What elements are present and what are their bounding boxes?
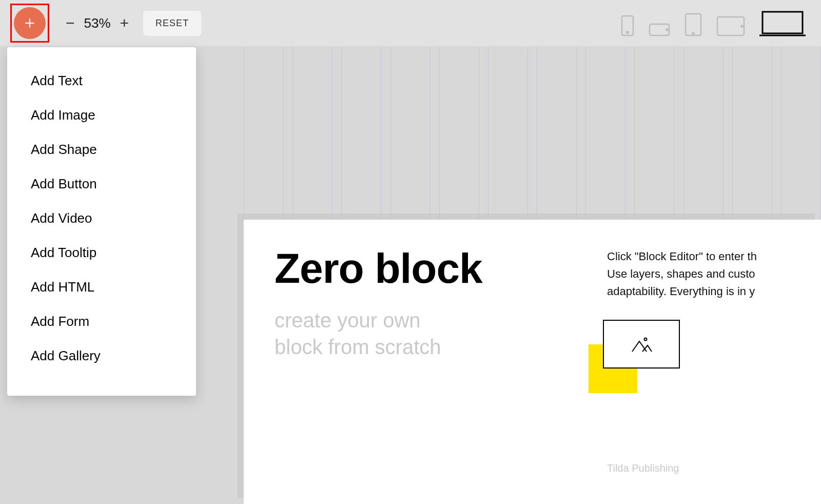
tablet-landscape-icon: [716, 16, 745, 36]
block-description[interactable]: Click "Block Editor" to enter th Use lay…: [607, 248, 757, 300]
menu-item-add-form[interactable]: Add Form: [7, 304, 196, 339]
tablet-portrait-icon: [685, 13, 702, 36]
menu-item-add-tooltip[interactable]: Add Tooltip: [7, 236, 196, 270]
reset-button[interactable]: RESET: [143, 11, 201, 36]
zero-block-card: Zero block create your own block from sc…: [244, 220, 821, 504]
phone-portrait-icon: [621, 15, 634, 36]
desc-line-1: Click "Block Editor" to enter th: [607, 248, 757, 265]
menu-item-add-image[interactable]: Add Image: [7, 98, 196, 132]
canvas[interactable]: Zero block create your own block from sc…: [244, 220, 821, 504]
add-button[interactable]: [14, 7, 46, 39]
image-icon: [630, 335, 653, 354]
zoom-value: 53%: [84, 15, 111, 31]
block-subtitle[interactable]: create your own block from scratch: [275, 307, 790, 360]
device-tablet-portrait[interactable]: [685, 13, 702, 36]
phone-landscape-icon: [649, 23, 670, 36]
svg-rect-10: [763, 12, 803, 33]
svg-point-3: [627, 31, 628, 33]
subtitle-line-1: create your own: [275, 307, 790, 334]
menu-item-add-button[interactable]: Add Button: [7, 167, 196, 201]
top-toolbar: − 53% + RESET: [0, 0, 821, 46]
menu-item-add-text[interactable]: Add Text: [7, 64, 196, 98]
device-tablet-landscape[interactable]: [716, 16, 745, 36]
add-button-highlight: [10, 4, 49, 43]
svg-point-9: [741, 25, 742, 27]
add-menu: Add Text Add Image Add Shape Add Button …: [7, 47, 196, 396]
block-caption[interactable]: Tilda Publishing: [607, 462, 679, 474]
svg-point-12: [644, 338, 647, 340]
desktop-icon: [759, 10, 806, 36]
plus-icon: [23, 16, 36, 30]
image-placeholder-group[interactable]: [603, 320, 680, 369]
menu-item-add-gallery[interactable]: Add Gallery: [7, 339, 196, 373]
zoom-controls: − 53% +: [66, 15, 129, 31]
image-frame: [603, 320, 680, 369]
menu-item-add-html[interactable]: Add HTML: [7, 270, 196, 304]
svg-rect-8: [717, 17, 744, 35]
device-phone-portrait[interactable]: [621, 15, 634, 36]
device-switcher: [621, 10, 811, 36]
svg-point-7: [692, 32, 694, 34]
svg-point-5: [666, 29, 668, 30]
desc-line-2: Use layers, shapes and custo: [607, 265, 757, 283]
device-desktop[interactable]: [759, 10, 806, 36]
device-phone-landscape[interactable]: [649, 23, 670, 36]
desc-line-3: adaptability. Everything is in y: [607, 283, 757, 300]
menu-item-add-shape[interactable]: Add Shape: [7, 132, 196, 167]
zoom-out-button[interactable]: −: [66, 15, 75, 31]
subtitle-line-2: block from scratch: [275, 334, 790, 360]
zoom-in-button[interactable]: +: [120, 15, 129, 31]
menu-item-add-video[interactable]: Add Video: [7, 201, 196, 236]
